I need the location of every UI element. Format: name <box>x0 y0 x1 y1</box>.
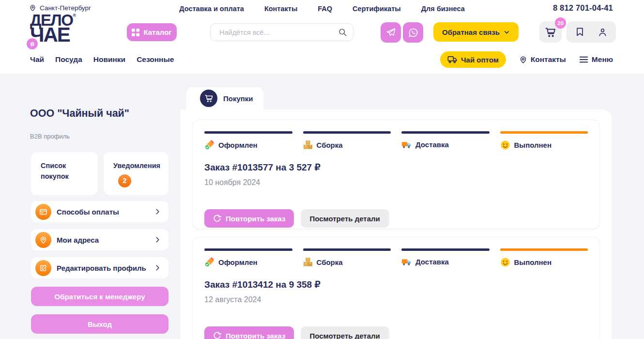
order-card: Оформлен Сборка Доставка <box>192 237 600 339</box>
chevron-right-icon <box>154 236 161 243</box>
step-assembly: Сборка <box>303 248 391 267</box>
view-details-button[interactable]: Посмотреть детали <box>301 209 389 228</box>
subnav-right: Чай оптом Контакты Меню <box>440 51 613 68</box>
step-assembly: Сборка <box>303 131 391 150</box>
catalog-button[interactable]: Каталог <box>127 23 177 41</box>
purchases-tab[interactable]: Покупки <box>186 87 263 109</box>
step-bar <box>401 131 490 134</box>
nav-contacts[interactable]: Контакты <box>264 5 297 13</box>
site-logo[interactable]: ДЕЛО® ЧАЕ в <box>30 14 76 44</box>
nav-dishware[interactable]: Посуда <box>55 55 82 64</box>
feedback-button[interactable]: Обратная связь <box>433 22 519 42</box>
step-delivery-label: Доставка <box>415 140 449 149</box>
step-placed-label: Оформлен <box>218 141 258 149</box>
nav-tea[interactable]: Чай <box>30 55 44 64</box>
view-details-label: Посмотреть детали <box>310 215 380 223</box>
whatsapp-button[interactable] <box>403 22 423 43</box>
purchases-tab-label: Покупки <box>223 94 253 103</box>
repeat-order-label: Повторить заказ <box>226 215 286 223</box>
step-delivery: Доставка <box>401 248 490 267</box>
nav-faq[interactable]: FAQ <box>318 5 332 13</box>
sidebar-item-my-addresses[interactable]: Мои адреса <box>31 229 169 250</box>
catalog-label: Каталог <box>143 28 171 36</box>
step-completed: Выполнен <box>500 248 588 267</box>
repeat-order-button[interactable]: Повторить заказ <box>204 326 294 339</box>
saved-account-group <box>567 21 616 43</box>
search-box <box>210 23 353 41</box>
pencil-check-icon <box>204 140 215 150</box>
account-icon[interactable] <box>598 27 608 37</box>
refresh-icon <box>213 214 222 223</box>
view-details-button[interactable]: Посмотреть детали <box>301 326 389 339</box>
chevron-right-icon <box>154 208 161 215</box>
step-completed: Выполнен <box>500 131 588 150</box>
nav-delivery-payment[interactable]: Доставка и оплата <box>179 5 244 13</box>
order-progress: Оформлен Сборка Доставка <box>204 248 588 267</box>
step-placed: Оформлен <box>204 131 292 150</box>
nav-new[interactable]: Новинки <box>93 55 125 64</box>
sidebar-tab-shopping-list[interactable]: Список покупок <box>31 152 98 195</box>
bookmark-icon[interactable] <box>575 27 584 37</box>
notifications-label: Уведомления <box>113 162 160 170</box>
step-placed: Оформлен <box>204 248 292 267</box>
page: Санкт-Петербург Доставка и оплата Контак… <box>0 0 644 339</box>
category-nav: Чай Посуда Новинки Сезонные <box>30 55 174 64</box>
order-title: Заказ #1013577 на 3 527 ₽ <box>204 162 588 173</box>
payment-methods-label: Способы оплаты <box>57 208 154 216</box>
subnav-contacts-label: Контакты <box>531 55 566 64</box>
refresh-icon <box>213 331 222 339</box>
repeat-order-button[interactable]: Повторить заказ <box>204 209 294 228</box>
boxes-icon <box>303 257 313 267</box>
smiley-icon <box>500 140 510 150</box>
nav-seasonal[interactable]: Сезонные <box>137 55 174 64</box>
contact-manager-button[interactable]: Обратиться к менеджеру <box>31 287 169 306</box>
menu-button[interactable]: Меню <box>579 55 613 64</box>
company-name: ООО "Чайный чай" <box>30 108 129 120</box>
edit-profile-icon <box>35 260 51 276</box>
chevron-down-icon <box>504 29 510 35</box>
nav-certificates[interactable]: Сертификаты <box>353 5 401 13</box>
step-bar <box>204 131 292 134</box>
shopping-list-label: Список покупок <box>41 162 69 180</box>
orders-panel: Оформлен Сборка Доставка <box>181 109 612 339</box>
menu-label: Меню <box>592 55 613 64</box>
repeat-order-label: Повторить заказ <box>226 332 286 339</box>
my-addresses-label: Мои адреса <box>57 236 154 244</box>
step-assembly-label: Сборка <box>317 258 343 266</box>
profile-type-label: B2B профиль <box>30 133 70 140</box>
topbar-nav: Доставка и оплата Контакты FAQ Сертифика… <box>179 5 465 13</box>
hamburger-icon <box>579 56 588 63</box>
order-progress: Оформлен Сборка Доставка <box>204 131 588 150</box>
pin-icon <box>519 56 527 64</box>
phone-number[interactable]: 8 812 701-04-41 <box>553 3 613 13</box>
truck-emoji-icon <box>401 257 412 266</box>
sidebar-item-payment-methods[interactable]: Способы оплаты <box>31 201 169 222</box>
search-input[interactable] <box>218 28 338 37</box>
nav-for-business[interactable]: Для бизнеса <box>421 5 465 13</box>
step-completed-label: Выполнен <box>514 141 552 149</box>
step-delivery-label: Доставка <box>415 258 449 266</box>
wholesale-label: Чай оптом <box>461 56 499 64</box>
truck-icon <box>447 55 458 64</box>
sidebar-item-edit-profile[interactable]: Редактировать профиль <box>31 257 169 278</box>
chevron-right-icon <box>154 264 161 271</box>
subnav-contacts-link[interactable]: Контакты <box>519 55 566 64</box>
step-assembly-label: Сборка <box>317 141 343 149</box>
step-placed-label: Оформлен <box>218 258 258 266</box>
search-icon[interactable] <box>338 28 347 37</box>
sidebar-tab-notifications[interactable]: Уведомления 2 <box>104 152 169 195</box>
grid-icon <box>132 29 139 36</box>
telegram-button[interactable] <box>381 22 401 43</box>
tea-wholesale-button[interactable]: Чай оптом <box>440 51 506 68</box>
notifications-count-badge: 2 <box>118 174 131 187</box>
logout-button[interactable]: Выход <box>31 314 169 334</box>
step-bar <box>401 248 490 251</box>
location-selector[interactable]: Санкт-Петербург <box>29 4 91 12</box>
smiley-icon <box>500 257 510 267</box>
location-label: Санкт-Петербург <box>40 4 91 12</box>
payment-card-icon <box>35 204 51 220</box>
cart-tab-icon <box>200 90 217 107</box>
cart-button[interactable]: 20 <box>539 21 562 43</box>
edit-profile-label: Редактировать профиль <box>57 264 154 272</box>
step-bar-active <box>500 131 588 134</box>
